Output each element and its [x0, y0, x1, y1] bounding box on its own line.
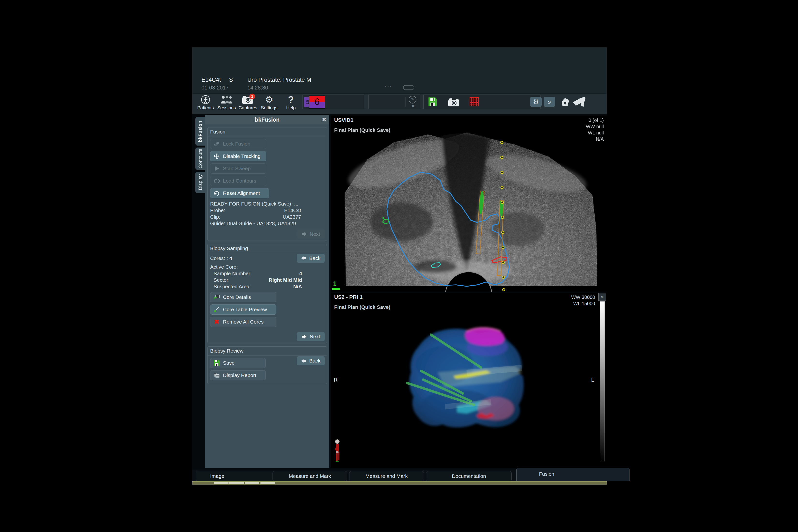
side-tab-bkfusion[interactable]: bkFusion: [195, 117, 205, 146]
probe-label: Probe:: [210, 207, 225, 213]
window-level-icon[interactable]: ◐: [598, 293, 606, 301]
clip-label: Clip:: [210, 213, 220, 220]
tab-documentation[interactable]: Documentation: [426, 471, 512, 481]
ultrasound-fan-image: [331, 116, 607, 292]
patients-label: Patients: [195, 105, 216, 111]
remove-icon: ✖: [213, 318, 220, 326]
tab-measure-and-mark-1[interactable]: Measure and Mark: [272, 471, 347, 481]
save-button[interactable]: Save: [210, 358, 266, 368]
window-width: WW null: [586, 123, 604, 130]
disable-tracking-button[interactable]: Disable Tracking: [210, 151, 266, 161]
more-tools-button[interactable]: »: [544, 97, 555, 107]
pane-status-labels: WW 30000 WL 15000: [571, 294, 595, 307]
capture-image-icon[interactable]: [448, 98, 460, 108]
strip-segment: [229, 482, 244, 484]
divider: [405, 97, 406, 107]
core-table-preview-button[interactable]: Core Table Preview: [210, 304, 277, 315]
panel-title: bkFusion: [205, 115, 329, 124]
fusion-status-line: READY FOR FUSION (Quick Save) -...: [210, 201, 301, 207]
bkfusion-panel: bkFusion ✖ Fusion Lock Fusion: [205, 115, 329, 468]
pin-icon: [213, 141, 220, 147]
tab-fusion[interactable]: Fusion: [516, 468, 629, 481]
grayscale-bar[interactable]: [600, 301, 605, 461]
hand-icon[interactable]: [560, 97, 570, 108]
save-clip-icon[interactable]: [428, 97, 437, 108]
biopsy-sampling-next-button[interactable]: Next: [297, 332, 325, 341]
orientation-right-label: R: [334, 377, 338, 383]
probe-value: E14C4t: [284, 207, 301, 213]
clear-annotation-icon[interactable]: ✖: [410, 103, 416, 109]
patients-icon: [195, 94, 216, 105]
header-dots-icon: ⋯: [384, 82, 393, 90]
tab-image[interactable]: Image: [196, 471, 284, 481]
panel-header: bkFusion ✖: [205, 115, 329, 124]
button-label: Next: [309, 231, 320, 237]
arrow-right-icon: [301, 232, 307, 236]
arrow-left-icon: [301, 256, 306, 261]
button-label: Reset Alignment: [223, 190, 260, 196]
fusion-next-button[interactable]: Next: [297, 229, 325, 239]
button-label: Disable Tracking: [223, 153, 261, 159]
help-label: Help: [280, 105, 302, 111]
strip-segment: [214, 482, 229, 484]
core-details-icon: [213, 294, 220, 300]
close-icon[interactable]: ✖: [322, 115, 326, 124]
image-settings-button[interactable]: ⚙: [530, 97, 542, 107]
reset-alignment-button[interactable]: Reset Alignment: [210, 188, 269, 198]
side-tab-display[interactable]: Display: [195, 172, 205, 193]
frame-counter: 0 (of 1): [586, 117, 604, 123]
help-button[interactable]: ? Help: [280, 94, 302, 113]
suspected-area-row: Suspected Area: N/A: [210, 283, 302, 290]
display-report-button[interactable]: Display Report: [210, 370, 266, 380]
patients-button[interactable]: Patients: [195, 94, 216, 113]
edit-annotation-icon[interactable]: ✎: [409, 96, 416, 103]
start-sweep-button[interactable]: Start Sweep: [210, 164, 266, 174]
probe-slot: 5 6: [302, 95, 364, 109]
biopsy-sampling-title: Biopsy Sampling: [208, 245, 327, 253]
report-icon: [213, 372, 220, 378]
sessions-button[interactable]: Sessions: [216, 94, 237, 113]
core-details-button[interactable]: Core Details: [210, 292, 277, 302]
annotation-field: ✎ ✖: [368, 95, 420, 109]
lock-fusion-button[interactable]: Lock Fusion: [210, 139, 266, 149]
window-level: WL 15000: [571, 300, 595, 307]
cine-marker-bar: [332, 288, 340, 290]
load-contours-button[interactable]: Load Contours: [210, 176, 266, 186]
tab-measure-and-mark-2[interactable]: Measure and Mark: [349, 471, 424, 481]
captures-button[interactable]: 1 Captures: [237, 94, 259, 113]
ultrasound-viewport-top[interactable]: USVID1 Final Plan (Quick Save) 0 (of 1) …: [331, 116, 607, 292]
biopsy-review-back-button[interactable]: Back: [297, 356, 325, 365]
sessions-icon: [216, 94, 237, 105]
captures-label: Captures: [237, 105, 259, 111]
exam-type: Uro Prostate: Prostate M: [247, 76, 311, 83]
fusion-section: Fusion Lock Fusion: [208, 127, 327, 241]
button-label: Start Sweep: [223, 166, 250, 171]
biopsy-grid-icon[interactable]: [470, 97, 479, 107]
fusion-section-title: Fusion: [208, 129, 327, 136]
cine-marker: 1: [333, 281, 336, 287]
side-tab-contours[interactable]: Contours: [195, 148, 205, 170]
patient-header: E14C4t S Uro Prostate: Prostate M 01-03-…: [192, 48, 607, 93]
guide-line: Guide: Dual Guide - UA1328, UA1329: [210, 220, 301, 227]
settings-button[interactable]: ⚙ Settings: [259, 94, 280, 113]
pane-id: USVID1: [334, 117, 353, 123]
save-icon: [213, 360, 220, 366]
gear-icon: ⚙: [533, 98, 539, 106]
button-label: Remove All Cores: [223, 319, 264, 325]
ultrasound-viewport-3d[interactable]: US2 - PRI 1 Final Plan (Quick Save) WW 3…: [331, 292, 607, 468]
sessions-label: Sessions: [216, 105, 237, 111]
button-label: Back: [309, 255, 321, 261]
biopsy-sampling-back-button[interactable]: Back: [297, 254, 325, 263]
remove-all-cores-button[interactable]: ✖ Remove All Cores: [210, 317, 277, 327]
main-content: bkFusion Contours Display bkFusion ✖ Fus…: [192, 114, 607, 470]
probe-tile-6[interactable]: 6: [309, 96, 325, 109]
megaphone-icon[interactable]: [572, 96, 586, 109]
biopsy-sampling-section: Biopsy Sampling Cores: :4 Back Active Co…: [208, 244, 327, 343]
toolbar: Patients Sessions: [192, 93, 607, 114]
arrow-right-icon: [301, 335, 307, 339]
button-label: Back: [309, 358, 321, 364]
captures-badge: 1: [249, 94, 255, 99]
plan-label: Final Plan (Quick Save): [334, 127, 390, 133]
contour-icon: [213, 178, 220, 184]
side-tab-label: bkFusion: [197, 121, 203, 142]
